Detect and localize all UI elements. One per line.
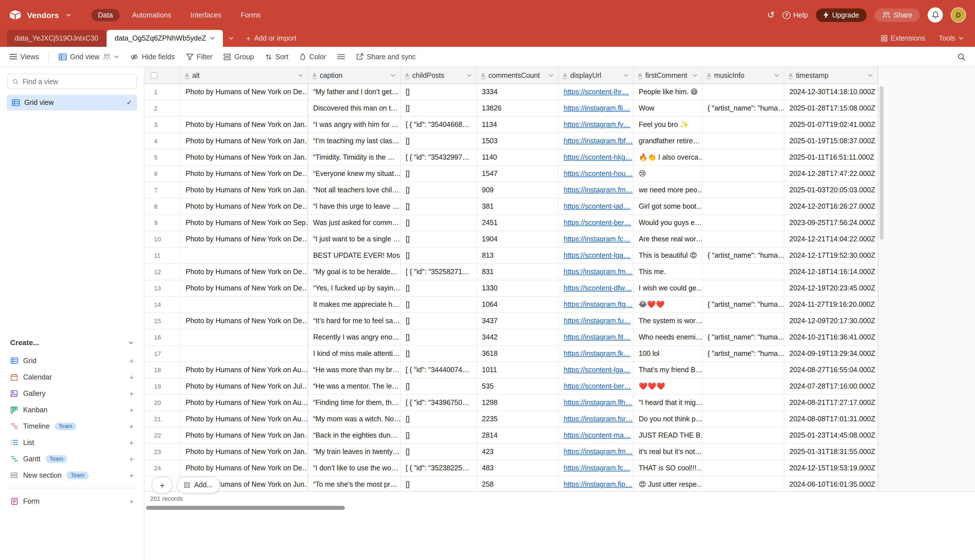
- cell-alt[interactable]: Photo by Humans of New York on De…: [180, 264, 308, 280]
- cell-firstComment[interactable]: Who needs enemi…: [634, 329, 703, 345]
- add-view-icon[interactable]: +: [129, 497, 134, 506]
- search-icon[interactable]: [952, 50, 970, 63]
- add-view-icon[interactable]: +: [129, 454, 134, 463]
- cell-firstComment[interactable]: Feel you bro ✨: [634, 117, 703, 133]
- cell-caption[interactable]: “My father and I don’t get…: [308, 84, 401, 100]
- app-tab-interfaces[interactable]: Interfaces: [184, 9, 228, 21]
- help-button[interactable]: ? Help: [783, 11, 808, 19]
- add-record-button[interactable]: +: [152, 477, 173, 493]
- cell-firstComment[interactable]: 100 lol: [634, 346, 703, 362]
- row-number[interactable]: 4: [144, 133, 180, 149]
- table-list-chevron-icon[interactable]: [223, 30, 239, 47]
- cell-childPosts[interactable]: []: [401, 444, 477, 460]
- cell-displayUrl[interactable]: https://scontent-iad…: [559, 198, 634, 214]
- create-item-list[interactable]: List+: [7, 434, 137, 451]
- row-number[interactable]: 15: [144, 313, 180, 329]
- cell-musicInfo[interactable]: { "artist_name": "huma…: [703, 297, 784, 312]
- cell-timestamp[interactable]: 2024-08-21T17:27:17.000Z: [784, 395, 878, 410]
- row-number[interactable]: 16: [144, 329, 180, 345]
- cell-commentsCount[interactable]: 258: [477, 477, 559, 491]
- base-name[interactable]: Vendors: [27, 10, 59, 20]
- cell-caption[interactable]: “Yes, I fucked up by sayin…: [308, 280, 401, 296]
- cell-firstComment[interactable]: 😢: [634, 166, 703, 182]
- cell-alt[interactable]: Photo by Humans of New York on De…: [180, 313, 308, 329]
- url-link[interactable]: https://scontent-ma…: [564, 432, 631, 439]
- url-link[interactable]: https://instagram.fy…: [564, 121, 630, 128]
- cell-firstComment[interactable]: I wish we could ge…: [634, 280, 703, 296]
- column-header-timestamp[interactable]: Atimestamp: [784, 67, 878, 83]
- row-number[interactable]: 13: [144, 280, 180, 296]
- cell-commentsCount[interactable]: 423: [477, 444, 559, 460]
- add-view-icon[interactable]: +: [129, 438, 134, 447]
- cell-musicInfo[interactable]: [703, 264, 784, 280]
- row-height-button[interactable]: [332, 51, 350, 63]
- cell-musicInfo[interactable]: [703, 280, 784, 296]
- cell-caption[interactable]: “My train leaves in twenty…: [308, 444, 401, 460]
- chevron-down-icon[interactable]: [128, 341, 134, 344]
- column-header-musicInfo[interactable]: AmusicInfo: [703, 67, 784, 83]
- vertical-scrollbar[interactable]: [880, 86, 883, 240]
- cell-musicInfo[interactable]: [703, 378, 784, 394]
- cell-caption[interactable]: “Finding time for them, th…: [308, 395, 401, 410]
- url-link[interactable]: https://instagram.fjp…: [564, 480, 632, 488]
- cell-displayUrl[interactable]: https://instagram.fc…: [559, 460, 634, 476]
- row-number[interactable]: 9: [144, 215, 180, 231]
- extensions-button[interactable]: Extensions: [875, 34, 931, 42]
- cell-childPosts[interactable]: []: [401, 411, 477, 427]
- cell-alt[interactable]: Photo by Humans of New York on Jan…: [180, 427, 308, 443]
- cell-timestamp[interactable]: 2025-01-03T20:05:03.000Z: [784, 182, 878, 198]
- row-number[interactable]: 21: [144, 411, 180, 427]
- column-header-firstComment[interactable]: AfirstComment: [634, 67, 703, 83]
- url-link[interactable]: https://instagram.fbf…: [564, 137, 633, 145]
- cell-timestamp[interactable]: 2025-01-19T15:08:37.000Z: [784, 133, 878, 149]
- cell-commentsCount[interactable]: 13826: [477, 100, 559, 116]
- horizontal-scrollbar[interactable]: [146, 506, 345, 510]
- cell-caption[interactable]: It makes me appreciate h…: [308, 297, 401, 312]
- row-number[interactable]: 24: [144, 460, 180, 476]
- cell-musicInfo[interactable]: [703, 182, 784, 198]
- cell-musicInfo[interactable]: { "artist_name": "huma…: [703, 248, 784, 263]
- url-link[interactable]: https://scontent-ber…: [564, 382, 631, 390]
- cell-timestamp[interactable]: 2025-01-28T17:15:08.000Z: [784, 100, 878, 116]
- cell-caption[interactable]: “My mom was a witch. No…: [308, 411, 401, 427]
- chevron-down-icon[interactable]: [868, 73, 873, 77]
- cell-childPosts[interactable]: []: [401, 280, 477, 296]
- cell-displayUrl[interactable]: https://instagram.fy…: [559, 117, 634, 133]
- cell-commentsCount[interactable]: 1503: [477, 133, 559, 149]
- cell-childPosts[interactable]: []: [401, 182, 477, 198]
- cell-musicInfo[interactable]: [703, 395, 784, 410]
- cell-musicInfo[interactable]: [703, 444, 784, 460]
- add-view-icon[interactable]: +: [129, 356, 134, 365]
- row-number[interactable]: 3: [144, 117, 180, 133]
- cell-timestamp[interactable]: 2024-09-19T13:29:34.000Z: [784, 346, 878, 362]
- cell-firstComment[interactable]: "I heard that it mig…: [634, 395, 703, 410]
- cell-displayUrl[interactable]: https://instagram.fk…: [559, 346, 634, 362]
- cell-alt[interactable]: Photo by Humans of New York on De…: [180, 198, 308, 214]
- cell-firstComment[interactable]: Girl got some boot…: [634, 198, 703, 214]
- cell-displayUrl[interactable]: https://instagram.fm…: [559, 444, 634, 460]
- create-item-grid[interactable]: Grid+: [7, 352, 137, 369]
- cell-caption[interactable]: “I’m teaching my last clas…: [308, 133, 401, 149]
- cell-childPosts[interactable]: []: [401, 346, 477, 362]
- row-number[interactable]: 14: [144, 297, 180, 312]
- cell-childPosts[interactable]: []: [401, 198, 477, 214]
- cell-commentsCount[interactable]: 381: [477, 198, 559, 214]
- row-number[interactable]: 8: [144, 198, 180, 214]
- cell-displayUrl[interactable]: https://instagram.fit…: [559, 329, 634, 345]
- cell-displayUrl[interactable]: https://instagram.fsr…: [559, 411, 634, 427]
- chevron-down-icon[interactable]: [298, 73, 303, 77]
- find-view-input[interactable]: [23, 78, 132, 85]
- cell-timestamp[interactable]: 2025-01-31T18:31:55.000Z: [784, 444, 878, 460]
- cell-commentsCount[interactable]: 1011: [477, 362, 559, 378]
- cell-commentsCount[interactable]: 2451: [477, 215, 559, 231]
- url-link[interactable]: https://scontent-iad…: [564, 202, 630, 210]
- cell-firstComment[interactable]: Are these real wor…: [634, 231, 703, 247]
- url-link[interactable]: https://instagram.fc…: [564, 464, 630, 472]
- cell-timestamp[interactable]: 2023-09-25T17:56:24.000Z: [784, 215, 878, 231]
- user-avatar[interactable]: D: [951, 7, 966, 23]
- row-number[interactable]: 23: [144, 444, 180, 460]
- sidebar-item-grid-view[interactable]: Grid view ✓: [7, 95, 137, 110]
- url-link[interactable]: https://scontent-dfw…: [564, 284, 632, 292]
- cell-firstComment[interactable]: People like him. 😄: [634, 84, 703, 100]
- views-button[interactable]: Views: [5, 50, 44, 63]
